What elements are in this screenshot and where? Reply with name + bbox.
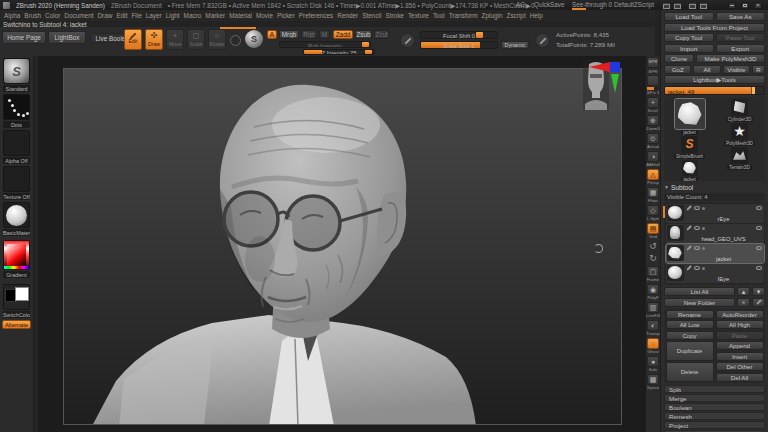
visibility-eye-icon[interactable] bbox=[694, 206, 700, 210]
subtool-scroll-indicator[interactable] bbox=[663, 206, 665, 218]
active-tool-slider-handle[interactable] bbox=[751, 87, 755, 94]
shelf-frame-button[interactable]: ▢Frame bbox=[647, 266, 660, 283]
save-as-button[interactable]: Save As bbox=[716, 12, 766, 21]
section-merge[interactable]: Merge bbox=[664, 394, 765, 402]
current-alpha-thumbnail[interactable] bbox=[3, 130, 30, 156]
polypaint-icon[interactable] bbox=[686, 265, 691, 270]
list-all-button[interactable]: List All bbox=[664, 287, 735, 296]
stroke-pen-icon[interactable] bbox=[400, 33, 415, 48]
shelf-transp-button[interactable]: ◐Transp bbox=[647, 320, 660, 337]
insert-button[interactable]: Insert bbox=[716, 352, 764, 361]
uv-dot-icon[interactable] bbox=[702, 247, 705, 250]
shelf-bpr-button[interactable]: BPRBPR bbox=[647, 57, 660, 74]
menu-item-picker[interactable]: Picker bbox=[277, 12, 295, 19]
draw-size-slider[interactable]: Draw Size 1 bbox=[420, 41, 498, 49]
visibility-eye-icon[interactable] bbox=[694, 246, 700, 250]
menu-item-macro[interactable]: Macro bbox=[184, 12, 202, 19]
paste-tool-button[interactable]: Paste Tool bbox=[716, 33, 766, 42]
ui-config-icon-4[interactable] bbox=[699, 2, 708, 9]
uv-dot-icon[interactable] bbox=[702, 207, 705, 210]
current-brush-icon[interactable]: S bbox=[245, 30, 263, 48]
quicksave-button[interactable]: QuickSave bbox=[534, 1, 564, 8]
menu-item-layer[interactable]: Layer bbox=[146, 12, 162, 19]
all-low-button[interactable]: All Low bbox=[666, 320, 714, 329]
solo-eye-icon[interactable] bbox=[756, 246, 762, 250]
uv-dot-icon[interactable] bbox=[702, 227, 705, 230]
current-material-thumbnail[interactable] bbox=[3, 202, 30, 228]
export-button[interactable]: Export bbox=[716, 44, 766, 53]
menu-item-zplugin[interactable]: Zplugin bbox=[482, 12, 503, 19]
polypaint-icon[interactable] bbox=[686, 225, 691, 230]
section-split[interactable]: Split bbox=[664, 385, 765, 393]
subtool-row-reye[interactable]: rEye bbox=[666, 204, 764, 223]
menu-item-light[interactable]: Light bbox=[166, 12, 180, 19]
menu-item-render[interactable]: Render bbox=[337, 12, 358, 19]
ac-button[interactable]: AC bbox=[516, 1, 525, 8]
rename-button[interactable]: Rename bbox=[666, 310, 714, 319]
axis-y-arrow[interactable] bbox=[611, 74, 619, 93]
spix-3-mini-slider[interactable] bbox=[647, 87, 659, 90]
all-high-button[interactable]: All High bbox=[716, 320, 764, 329]
shelf-l-sym-button[interactable]: ◇L.Sym bbox=[647, 205, 660, 222]
append-button[interactable]: Append bbox=[716, 341, 764, 350]
tool-thumb-polymesh3d-r1[interactable]: ★PolyMesh3D bbox=[724, 123, 755, 146]
menu-item-transform[interactable]: Transform bbox=[449, 12, 478, 19]
tool-thumb-cylinder3d-r0[interactable]: Cylinder3D bbox=[726, 99, 754, 122]
tool-thumb-jacket-l2[interactable]: jacket bbox=[681, 160, 698, 181]
section-project[interactable]: Project bbox=[664, 421, 765, 429]
zsub-button[interactable]: Zsub bbox=[355, 30, 372, 39]
restore-button[interactable] bbox=[741, 2, 749, 9]
paste-subtool-button[interactable]: Paste bbox=[716, 331, 764, 340]
draw-button[interactable]: ✣ Draw bbox=[145, 29, 163, 50]
ui-config-icon-1[interactable] bbox=[662, 2, 671, 9]
menu-item-color[interactable]: Color bbox=[45, 12, 60, 19]
load-tools-from-project-button[interactable]: Load Tools From Project bbox=[664, 23, 765, 32]
menu-item-edit[interactable]: Edit bbox=[116, 12, 127, 19]
autoreorder-button[interactable]: AutoReorder bbox=[716, 310, 764, 319]
folder-add-icon-button[interactable] bbox=[737, 298, 750, 307]
polypaint-icon[interactable] bbox=[686, 205, 691, 210]
color-picker-thumbnail[interactable] bbox=[3, 240, 30, 270]
menu-item-tool[interactable]: Tool bbox=[433, 12, 445, 19]
menu-item-zscript[interactable]: Zscript bbox=[506, 12, 525, 19]
menu-item-draw[interactable]: Draw bbox=[97, 12, 112, 19]
folder-move-icon-button[interactable] bbox=[752, 298, 765, 307]
solo-eye-icon[interactable] bbox=[756, 206, 762, 210]
minimize-button[interactable] bbox=[728, 2, 736, 9]
zcut-button[interactable]: Zcut bbox=[374, 30, 389, 39]
make-polymesh3d-button[interactable]: Make PolyMesh3D bbox=[696, 54, 765, 63]
menu-item-document[interactable]: Document bbox=[64, 12, 93, 19]
solo-eye-icon[interactable] bbox=[756, 266, 762, 270]
shelf-xpose-button[interactable]: ▩Xpose bbox=[647, 374, 660, 391]
shelf-persp-button[interactable]: △Persp bbox=[647, 169, 660, 186]
tool-thumb-terrain3d-r2[interactable]: Terrain3D bbox=[727, 147, 752, 170]
dynamic-button[interactable]: Dynamic bbox=[501, 41, 529, 49]
menu-item-brush[interactable]: Brush bbox=[24, 12, 41, 19]
goz-r-button[interactable]: R bbox=[752, 65, 765, 74]
import-button[interactable]: Import bbox=[664, 44, 714, 53]
load-tool-button[interactable]: Load Tool bbox=[664, 12, 714, 21]
solo-eye-icon[interactable] bbox=[756, 226, 762, 230]
zadd-button[interactable]: Zadd bbox=[333, 30, 353, 39]
sculptris-pro-button[interactable] bbox=[230, 35, 241, 46]
menu-item-help[interactable]: Help bbox=[530, 12, 543, 19]
current-texture-thumbnail[interactable] bbox=[3, 166, 30, 192]
menu-item-file[interactable]: File bbox=[131, 12, 141, 19]
alternate-button[interactable]: Alternate bbox=[2, 320, 31, 329]
section-remesh[interactable]: Remesh bbox=[664, 412, 765, 420]
close-button[interactable]: × bbox=[754, 2, 762, 9]
move-button[interactable]: + Move bbox=[166, 29, 184, 50]
new-folder-button[interactable]: New Folder bbox=[664, 298, 735, 307]
visibility-eye-icon[interactable] bbox=[694, 266, 700, 270]
see-through-slider[interactable]: See-through 0 bbox=[572, 1, 612, 8]
menu-item-alpha[interactable]: Alpha bbox=[4, 12, 20, 19]
delete-button[interactable]: Delete bbox=[666, 362, 714, 382]
menu-item-movie[interactable]: Movie bbox=[256, 12, 273, 19]
menu-item-stencil[interactable]: Stencil bbox=[362, 12, 381, 19]
focal-shift-slider[interactable]: Focal Shift 0 bbox=[420, 31, 498, 39]
subtool-up-button[interactable]: ▲ bbox=[737, 287, 750, 296]
polypaint-icon[interactable] bbox=[686, 245, 691, 250]
copy-subtool-button[interactable]: Copy bbox=[666, 331, 714, 340]
shelf-ghost-button[interactable]: ◌Ghost bbox=[647, 338, 660, 355]
rotate-button[interactable]: ○ Rotate bbox=[208, 29, 226, 50]
